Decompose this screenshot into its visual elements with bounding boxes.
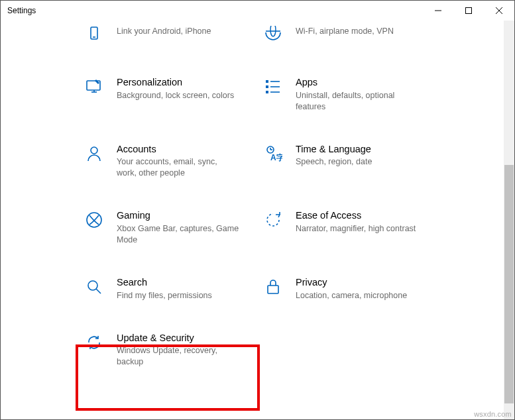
settings-window: Settings Link your Android, iPhone <box>0 0 515 420</box>
svg-rect-25 <box>268 286 278 293</box>
window-title: Settings <box>7 6 36 15</box>
settings-grid: Link your Android, iPhone Wi-Fi, airplan… <box>1 21 504 370</box>
globe-icon <box>262 25 284 46</box>
svg-text:A字: A字 <box>270 153 282 162</box>
tile-desc: Link your Android, iPhone <box>117 26 211 37</box>
svg-point-17 <box>91 147 97 154</box>
tile-update-security[interactable]: Update & Security Windows Update, recove… <box>84 329 262 371</box>
svg-rect-1 <box>466 8 472 14</box>
tile-desc: Narrator, magnifier, high contrast <box>296 223 416 235</box>
close-icon <box>496 7 502 14</box>
svg-rect-11 <box>266 80 268 83</box>
search-icon <box>84 276 105 297</box>
tile-desc: Find my files, permissions <box>117 290 212 301</box>
tile-title: Personalization <box>117 76 234 89</box>
svg-rect-13 <box>266 85 268 88</box>
vertical-scrollbar[interactable] <box>504 21 514 419</box>
tile-privacy[interactable]: Privacy Location, camera, microphone <box>262 274 441 304</box>
tile-phone[interactable]: Link your Android, iPhone <box>84 22 262 48</box>
tile-title: Apps <box>296 76 418 89</box>
tile-personalization[interactable]: Personalization Background, lock screen,… <box>84 74 262 115</box>
person-icon <box>84 143 105 164</box>
tile-desc: Location, camera, microphone <box>296 290 407 301</box>
phone-icon <box>84 25 105 46</box>
lock-icon <box>262 276 284 297</box>
tile-gaming[interactable]: Gaming Xbox Game Bar, captures, Game Mod… <box>84 207 262 248</box>
tile-desc: Windows Update, recovery, backup <box>117 345 239 368</box>
watermark: wsxdn.com <box>474 410 512 418</box>
tile-desc: Xbox Game Bar, captures, Game Mode <box>117 223 239 246</box>
tile-apps[interactable]: Apps Uninstall, defaults, optional featu… <box>262 74 441 115</box>
svg-point-23 <box>88 281 97 290</box>
maximize-icon <box>465 7 472 14</box>
ease-of-access-icon <box>262 209 284 231</box>
svg-line-24 <box>96 289 101 293</box>
tile-desc: Speech, region, date <box>296 156 372 168</box>
tile-desc: Uninstall, defaults, optional features <box>296 90 418 113</box>
tile-title: Accounts <box>117 143 239 156</box>
tile-desc: Your accounts, email, sync, work, other … <box>117 156 239 179</box>
tile-network[interactable]: Wi-Fi, airplane mode, VPN <box>262 22 441 48</box>
tile-title: Time & Language <box>296 143 372 156</box>
maximize-button[interactable] <box>453 1 484 21</box>
tile-ease-of-access[interactable]: Ease of Access Narrator, magnifier, high… <box>262 207 441 248</box>
settings-content: Link your Android, iPhone Wi-Fi, airplan… <box>1 21 504 419</box>
apps-icon <box>262 76 284 97</box>
tile-title: Ease of Access <box>296 209 416 222</box>
minimize-button[interactable] <box>423 1 453 21</box>
tile-accounts[interactable]: Accounts Your accounts, email, sync, wor… <box>84 140 262 182</box>
tile-desc: Wi-Fi, airplane mode, VPN <box>296 26 394 37</box>
scrollbar-thumb[interactable] <box>504 165 514 403</box>
tile-search[interactable]: Search Find my files, permissions <box>84 274 262 304</box>
update-icon <box>84 332 105 353</box>
tile-title: Search <box>117 276 212 289</box>
tile-time-language[interactable]: A字 Time & Language Speech, region, date <box>262 140 441 182</box>
minimize-icon <box>435 7 441 14</box>
close-button[interactable] <box>484 1 514 21</box>
xbox-icon <box>84 209 105 231</box>
tile-title: Gaming <box>117 209 239 222</box>
titlebar: Settings <box>1 1 514 21</box>
tile-desc: Background, lock screen, colors <box>117 90 234 101</box>
personalization-icon <box>84 76 105 97</box>
svg-rect-15 <box>266 91 268 93</box>
tile-title: Privacy <box>296 276 407 289</box>
time-language-icon: A字 <box>262 143 284 164</box>
tile-title: Update & Security <box>117 332 239 344</box>
